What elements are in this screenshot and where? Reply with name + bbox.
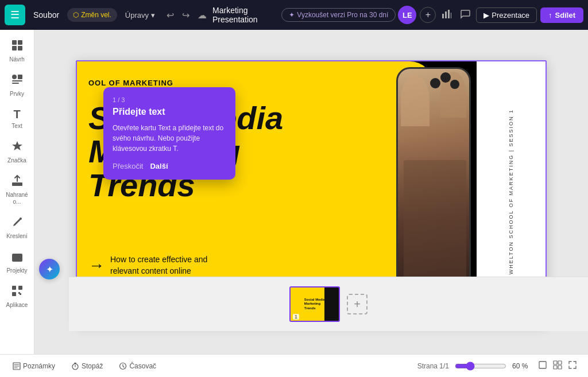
resize-button[interactable]: ⬡ Změn vel. bbox=[67, 8, 117, 22]
stopwatch-button[interactable]: Stopáž bbox=[68, 360, 106, 372]
drawing-icon bbox=[11, 216, 24, 231]
user-avatar-button[interactable]: LE bbox=[398, 6, 416, 24]
magic-ai-button[interactable]: ✦ bbox=[39, 259, 60, 279]
svg-rect-29 bbox=[558, 361, 562, 364]
svg-rect-11 bbox=[12, 83, 19, 84]
zoom-control bbox=[455, 362, 506, 371]
sidebar-label-prvky: Prvky bbox=[10, 91, 24, 98]
svg-point-8 bbox=[12, 75, 17, 79]
sidebar-item-znacka[interactable]: Značka bbox=[2, 135, 32, 169]
sidebar-label-navrh: Návrh bbox=[9, 56, 25, 63]
toolbar-right: LE + ▶ Prezentace ↑ Sdílet bbox=[398, 6, 583, 24]
svg-rect-0 bbox=[442, 14, 444, 18]
toolbar-left: ☰ Soubor ⬡ Změn vel. Úpravy ▾ ↩ ↪ ☁ bbox=[5, 5, 210, 25]
main-area: Návrh Prvky T Text Značka Nahrané o... bbox=[0, 30, 588, 354]
slide-thumbnail-1[interactable]: Social MediaMarketingTrends 1 bbox=[289, 286, 340, 322]
cloud-save-button[interactable]: ☁ bbox=[194, 7, 210, 23]
single-view-button[interactable] bbox=[536, 359, 549, 373]
undo-redo-group: ↩ ↪ ☁ bbox=[163, 7, 210, 23]
brand-icon bbox=[11, 140, 24, 156]
share-icon: ↑ bbox=[548, 11, 552, 20]
sidebar-item-apps[interactable]: Aplikace bbox=[2, 280, 32, 313]
svg-rect-15 bbox=[12, 286, 16, 290]
apps-icon bbox=[11, 285, 24, 300]
svg-point-13 bbox=[20, 217, 22, 220]
projects-icon bbox=[11, 250, 24, 266]
svg-rect-1 bbox=[445, 11, 447, 18]
edit-menu-button[interactable]: Úpravy ▾ bbox=[121, 9, 160, 22]
pro-icon: ✦ bbox=[289, 11, 295, 19]
sidebar-item-prvky[interactable]: Prvky bbox=[2, 69, 32, 102]
add-slide-button[interactable]: + bbox=[347, 294, 368, 314]
status-right-group: Strana 1/1 60 % bbox=[417, 359, 579, 373]
svg-rect-9 bbox=[18, 75, 22, 79]
zoom-percentage: 60 % bbox=[512, 362, 531, 370]
add-collaborator-button[interactable]: + bbox=[420, 7, 436, 23]
pro-trial-button[interactable]: ✦ Vyzkoušet verzi Pro na 30 dní bbox=[281, 8, 396, 22]
svg-rect-28 bbox=[554, 361, 557, 364]
sidebar-item-uploads[interactable]: Nahrané o... bbox=[2, 170, 32, 210]
svg-rect-19 bbox=[18, 292, 20, 294]
svg-point-21 bbox=[440, 72, 451, 83]
slide-subtitle-text: How to create effective andrelevant cont… bbox=[110, 254, 207, 277]
svg-rect-27 bbox=[539, 362, 546, 368]
slide-subtitle-row: → How to create effective andrelevant co… bbox=[88, 254, 207, 277]
present-button[interactable]: ▶ Prezentace bbox=[476, 7, 537, 23]
document-title: Marketing Presentation bbox=[212, 6, 277, 24]
slide-right-strip-text: WHELTON SCHOOL OF MARKETING | SESSION 1 bbox=[508, 109, 514, 274]
undo-button[interactable]: ↩ bbox=[163, 7, 177, 23]
sidebar-item-navrh[interactable]: Návrh bbox=[2, 34, 32, 68]
chevron-down-icon: ▾ bbox=[151, 11, 155, 20]
left-sidebar: Návrh Prvky T Text Značka Nahrané o... bbox=[0, 30, 34, 354]
sidebar-label-text: Text bbox=[11, 123, 22, 130]
thumb-page-number: 1 bbox=[293, 314, 299, 320]
tooltip-next-button[interactable]: Další bbox=[150, 162, 168, 170]
canvas-area[interactable]: OOL OF MARKETING Social Media Marketing … bbox=[34, 30, 588, 354]
present-icon: ▶ bbox=[483, 11, 489, 20]
svg-point-20 bbox=[430, 78, 440, 88]
svg-rect-5 bbox=[18, 40, 22, 45]
svg-rect-2 bbox=[448, 10, 450, 18]
sidebar-label-projects: Projekty bbox=[6, 267, 27, 274]
sidebar-item-drawing[interactable]: Kreslení bbox=[2, 211, 32, 244]
slide-school-label: OOL OF MARKETING bbox=[88, 79, 173, 87]
grid-view-button[interactable] bbox=[551, 359, 564, 373]
design-icon bbox=[11, 39, 24, 55]
svg-rect-25 bbox=[74, 363, 76, 364]
fullscreen-button[interactable] bbox=[566, 359, 579, 373]
analytics-button[interactable] bbox=[439, 6, 454, 24]
sidebar-label-uploads: Nahrané o... bbox=[5, 192, 30, 205]
svg-rect-7 bbox=[18, 46, 22, 50]
phone-screen bbox=[398, 69, 469, 312]
menu-button[interactable]: ☰ bbox=[5, 5, 25, 25]
slide-logo bbox=[430, 72, 461, 97]
text-icon: T bbox=[13, 108, 20, 121]
svg-rect-6 bbox=[12, 46, 17, 50]
svg-rect-16 bbox=[18, 286, 22, 290]
sidebar-label-znacka: Značka bbox=[7, 157, 26, 164]
comments-button[interactable] bbox=[458, 6, 473, 24]
notes-button[interactable]: Poznámky bbox=[9, 360, 59, 372]
zoom-slider-input[interactable] bbox=[455, 362, 506, 371]
file-menu-button[interactable]: Soubor bbox=[29, 8, 64, 22]
sidebar-item-text[interactable]: T Text bbox=[2, 103, 32, 134]
svg-rect-4 bbox=[12, 40, 17, 45]
sidebar-label-apps: Aplikace bbox=[6, 302, 28, 309]
status-left-group: Poznámky Stopáž Časovač bbox=[9, 360, 160, 372]
share-button[interactable]: ↑ Sdílet bbox=[540, 7, 583, 23]
timer-button[interactable]: Časovač bbox=[115, 360, 160, 372]
tooltip-skip-button[interactable]: Přeskočit bbox=[113, 162, 143, 170]
toolbar-center: Marketing Presentation ✦ Vyzkoušet verzi… bbox=[212, 6, 396, 24]
redo-button[interactable]: ↪ bbox=[179, 7, 193, 23]
arrow-icon: → bbox=[88, 256, 105, 275]
svg-rect-10 bbox=[12, 80, 22, 81]
elements-icon bbox=[11, 73, 24, 89]
top-toolbar: ☰ Soubor ⬡ Změn vel. Úpravy ▾ ↩ ↪ ☁ Mark… bbox=[0, 0, 588, 30]
tooltip-popup: 1 / 3 Přidejte text Otevřete kartu Text … bbox=[103, 87, 235, 180]
status-bar: Poznámky Stopáž Časovač Strana 1/1 60 % bbox=[0, 354, 588, 377]
svg-rect-14 bbox=[12, 254, 22, 262]
sidebar-item-projects[interactable]: Projekty bbox=[2, 246, 32, 279]
tooltip-step-indicator: 1 / 3 bbox=[113, 96, 226, 103]
svg-point-22 bbox=[450, 80, 459, 89]
uploads-icon bbox=[11, 174, 24, 190]
